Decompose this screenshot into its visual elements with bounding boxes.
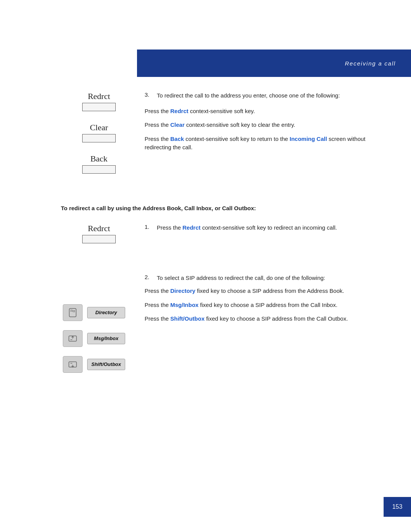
- key-directory: Directory: [170, 288, 196, 294]
- soft-key-group-redrct-2: Redrct: [82, 224, 116, 243]
- step-1-text: Press the Redrct context-sensitive soft …: [157, 224, 337, 232]
- fixed-key-row-directory: Directory: [63, 304, 135, 321]
- section-heading: To redirect a call by using the Address …: [61, 204, 381, 213]
- step-3-text: To redirect the call to the address you …: [157, 91, 340, 100]
- step-2-text: To select a SIP address to redirect the …: [157, 274, 325, 283]
- step-3-num: 3.: [145, 91, 152, 100]
- msginbox-btn: Msg/Inbox: [87, 333, 125, 344]
- sub-desc-back: Press the Back context-sensitive soft ke…: [145, 135, 381, 152]
- key-redrct: Redrct: [170, 108, 189, 114]
- soft-key-group-redrct: Redrct: [82, 91, 116, 111]
- key-clear: Clear: [170, 121, 185, 128]
- header-title: Receiving a call: [345, 60, 396, 67]
- sub-instructions-1: Press the Redrct context-sensitive soft …: [145, 107, 381, 152]
- shiftoutbox-icon: [63, 356, 83, 373]
- soft-key-box-back: [82, 165, 116, 174]
- step-2-item: 2. To select a SIP address to redirect t…: [145, 274, 381, 283]
- soft-keys-column-2: Redrct: [61, 224, 137, 255]
- soft-keys-column-1: Redrct Clear Back: [61, 91, 137, 185]
- sub-desc-shiftoutbox: Press the Shift/Outbox fixed key to choo…: [145, 315, 348, 323]
- soft-key-group-back: Back: [82, 154, 116, 174]
- soft-key-label-clear: Clear: [90, 123, 108, 133]
- sub-desc-clear: Press the Clear context-sensitive soft k…: [145, 121, 295, 129]
- key-incoming-call: Incoming Call: [290, 136, 327, 142]
- step-2-num: 2.: [145, 274, 152, 283]
- main-content: Redrct Clear Back 3. To redirect the cal…: [0, 91, 411, 382]
- key-back: Back: [170, 136, 184, 142]
- fixed-keys-column: Directory Msg/Inbox: [61, 274, 137, 382]
- section-3: Directory Msg/Inbox: [61, 274, 381, 382]
- instructions-column-2: 1. Press the Redrct context-sensitive so…: [137, 224, 381, 255]
- sub-desc-redrct: Press the Redrct context-sensitive soft …: [145, 107, 255, 116]
- sub-item-shiftoutbox: Press the Shift/Outbox fixed key to choo…: [145, 315, 381, 323]
- key-shiftoutbox: Shift/Outbox: [170, 315, 205, 322]
- fixed-keys-instructions: 2. To select a SIP address to redirect t…: [137, 274, 381, 382]
- sub-item-msginbox: Press the Msg/Inbox fixed key to choose …: [145, 301, 381, 310]
- soft-key-box-clear: [82, 134, 116, 142]
- instructions-column-1: 3. To redirect the call to the address y…: [137, 91, 381, 185]
- sub-item-back: Press the Back context-sensitive soft ke…: [145, 135, 381, 152]
- sub-desc-directory: Press the Directory fixed key to choose …: [145, 287, 344, 296]
- shiftoutbox-btn: Shift/Outbox: [87, 359, 125, 370]
- header-bar: Receiving a call: [137, 50, 411, 77]
- soft-key-label-back: Back: [90, 154, 107, 164]
- step-3-item: 3. To redirect the call to the address y…: [145, 91, 381, 100]
- sub-item-clear: Press the Clear context-sensitive soft k…: [145, 121, 381, 129]
- sub-item-redrct: Press the Redrct context-sensitive soft …: [145, 107, 381, 116]
- soft-key-group-clear: Clear: [82, 123, 116, 142]
- step-1-item: 1. Press the Redrct context-sensitive so…: [145, 224, 381, 232]
- directory-btn: Directory: [87, 307, 125, 318]
- sub-item-directory: Press the Directory fixed key to choose …: [145, 287, 381, 296]
- key-msginbox: Msg/Inbox: [170, 302, 199, 308]
- key-redrct-step1: Redrct: [183, 224, 201, 231]
- section-2: Redrct 1. Press the Redrct context-sensi…: [61, 224, 381, 255]
- soft-key-box-redrct: [82, 103, 116, 111]
- fixed-key-row-shiftoutbox: Shift/Outbox: [63, 356, 135, 373]
- page-number: 153: [384, 497, 411, 517]
- soft-key-label-redrct: Redrct: [88, 91, 110, 101]
- msginbox-icon: [63, 330, 83, 347]
- fixed-key-row-msginbox: Msg/Inbox: [63, 330, 135, 347]
- soft-key-box-redrct-2: [82, 235, 116, 243]
- soft-key-label-redrct-2: Redrct: [88, 224, 110, 233]
- directory-icon: [63, 304, 83, 321]
- sub-desc-msginbox: Press the Msg/Inbox fixed key to choose …: [145, 301, 338, 310]
- step-1-num: 1.: [145, 224, 152, 232]
- section-1: Redrct Clear Back 3. To redirect the cal…: [61, 91, 381, 185]
